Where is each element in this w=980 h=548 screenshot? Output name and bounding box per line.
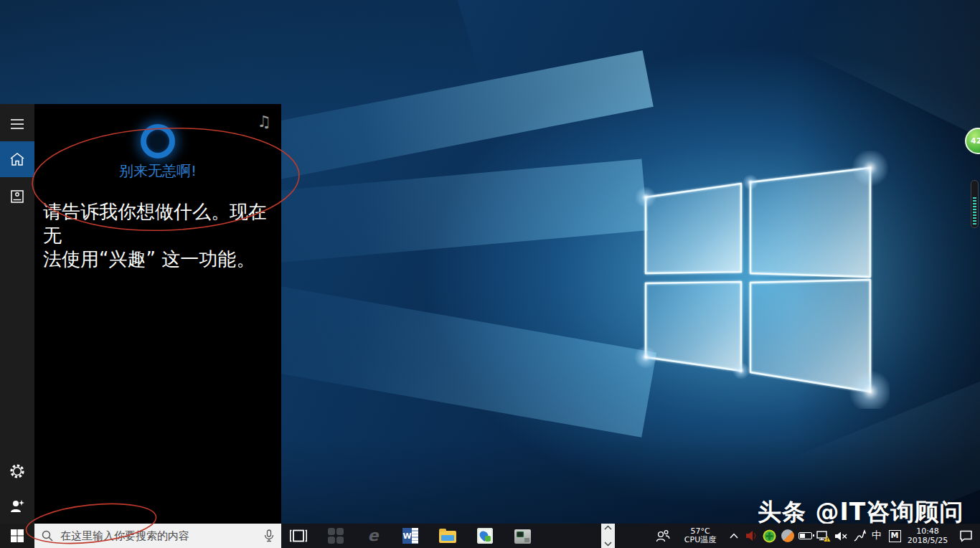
ime-mode-letter: M <box>889 530 901 542</box>
windows-start-icon <box>10 529 24 543</box>
cortana-orb-icon[interactable] <box>141 124 175 159</box>
gear-icon <box>9 463 25 479</box>
windows-logo-wallpaper <box>610 151 890 409</box>
cortana-greeting: 别来无恙啊! <box>34 161 281 181</box>
yin-yang-icon <box>781 529 794 542</box>
cortana-sidebar <box>0 104 34 548</box>
app-grid-tile <box>336 537 344 544</box>
audio-app-tray-icon[interactable] <box>743 524 760 548</box>
ime-mode-button[interactable]: M <box>885 524 904 548</box>
chevron-down-icon[interactable] <box>604 542 612 547</box>
app-grid-icon <box>328 528 344 544</box>
people-icon <box>655 529 671 542</box>
notebook-icon <box>10 189 24 204</box>
hamburger-icon <box>10 118 24 130</box>
folder-inner-tray <box>441 535 454 541</box>
speed-ball-value: 42 <box>971 136 980 146</box>
antivirus-tray-icon[interactable] <box>760 524 778 548</box>
battery-indicator[interactable] <box>796 524 814 548</box>
sidebar-item-settings[interactable] <box>0 455 34 487</box>
app-grid-button[interactable] <box>327 527 344 544</box>
action-center-icon <box>959 530 973 542</box>
taskbar-search-box[interactable] <box>34 524 281 548</box>
image-viewer-button[interactable] <box>476 527 494 544</box>
image-viewer-icon <box>477 528 493 544</box>
microphone-icon[interactable] <box>264 529 274 542</box>
ime-language-button[interactable]: 中 <box>868 524 885 548</box>
taskbar: e W <box>0 524 980 548</box>
app-grid-tile <box>328 528 335 535</box>
people-button[interactable] <box>651 524 675 548</box>
clock-time: 10:48 <box>908 526 948 536</box>
start-button[interactable] <box>0 524 34 548</box>
image-viewer-leaf <box>485 536 491 542</box>
task-view-button[interactable] <box>290 527 307 544</box>
music-search-icon[interactable]: ♫ <box>257 114 271 130</box>
clock[interactable]: 10:48 2018/5/25 <box>904 524 951 548</box>
green-plus-icon <box>763 529 776 543</box>
chevron-up-icon <box>730 533 738 539</box>
optimizer-tray-icon[interactable] <box>778 524 796 548</box>
chevron-up-icon[interactable] <box>604 525 612 530</box>
taskbar-scroll-control[interactable] <box>601 524 615 548</box>
cpu-temp-widget[interactable]: 57°C CPU温度 <box>675 524 725 548</box>
cortana-panel: ♫ 别来无恙啊! 请告诉我你想做什么。现在无 法使用“兴趣” 这一功能。 <box>34 104 281 524</box>
app-grid-tile <box>328 537 335 544</box>
file-explorer-icon <box>439 531 456 543</box>
cortana-message-line1: 请告诉我你想做什么。现在无 <box>43 200 274 247</box>
task-view-icon <box>290 529 307 542</box>
menu-button[interactable] <box>0 108 34 140</box>
word-button[interactable]: W <box>402 527 419 544</box>
cortana-message: 请告诉我你想做什么。现在无 法使用“兴趣” 这一功能。 <box>43 200 274 271</box>
system-tray: 57°C CPU温度 <box>651 524 980 548</box>
red-speaker-icon <box>745 530 758 542</box>
clock-date: 2018/5/25 <box>908 536 948 545</box>
desktop: 头条 @IT咨询顾问 42 ♫ 别来无恙啊! 请告诉我你想做什么。现在无 法使用… <box>0 0 980 548</box>
feedback-person-icon <box>9 499 25 513</box>
word-doc-lines <box>412 528 418 544</box>
word-letter: W <box>402 528 412 544</box>
pen-icon <box>853 529 866 542</box>
search-input[interactable] <box>59 529 264 543</box>
cortana-message-line2: 法使用“兴趣” 这一功能。 <box>43 247 274 271</box>
print-tool-button[interactable] <box>514 527 531 544</box>
sidebar-item-home[interactable] <box>0 141 34 177</box>
internet-explorer-icon: e <box>368 528 379 544</box>
home-icon <box>9 152 25 166</box>
side-level-meter-ticks <box>973 196 976 225</box>
tray-overflow-button[interactable] <box>725 524 743 548</box>
battery-icon <box>798 532 812 539</box>
speaker-muted-icon <box>834 531 848 542</box>
network-indicator[interactable] <box>814 524 832 548</box>
side-level-meter[interactable] <box>971 180 979 228</box>
watermark-brand: 头条 <box>758 498 806 526</box>
action-center-button[interactable] <box>951 524 980 548</box>
search-icon <box>42 530 53 542</box>
taskbar-apps: e W <box>290 524 531 548</box>
internet-explorer-button[interactable]: e <box>364 527 382 544</box>
pen-settings-button[interactable] <box>850 524 868 548</box>
sidebar-item-feedback[interactable] <box>0 490 34 521</box>
sidebar-item-notebook[interactable] <box>0 181 34 212</box>
volume-indicator[interactable] <box>832 524 850 548</box>
cpu-temp-label: CPU温度 <box>684 536 716 544</box>
watermark-handle: @IT咨询顾问 <box>806 498 963 526</box>
app-grid-tile <box>336 528 344 535</box>
network-warning-icon <box>816 530 831 542</box>
file-explorer-button[interactable] <box>439 527 456 544</box>
word-icon: W <box>402 528 418 544</box>
print-tool-icon <box>514 529 531 544</box>
